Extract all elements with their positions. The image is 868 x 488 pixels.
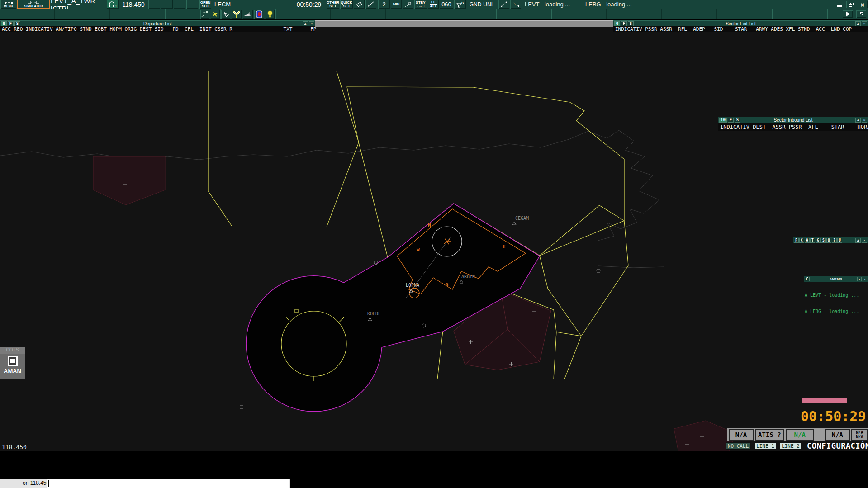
leader-unit-button[interactable]: MIN xyxy=(391,0,402,9)
headset-count: 1 xyxy=(115,5,117,8)
atis-cell-5[interactable]: N/A N/A xyxy=(851,429,868,441)
airways-button[interactable] xyxy=(232,10,242,19)
atis-cell-3[interactable]: N/A xyxy=(786,429,814,441)
metars-collapse-button[interactable]: ▲ xyxy=(857,277,862,281)
sector-inbound-list-collapse-button[interactable]: ▲ xyxy=(855,118,861,123)
restore-button[interactable] xyxy=(846,1,856,8)
minimize-button[interactable] xyxy=(835,1,844,8)
sector-inbound-list-filter-button[interactable]: F xyxy=(728,118,734,123)
lights-button[interactable] xyxy=(266,10,275,19)
measure-tool-button[interactable] xyxy=(498,0,509,9)
tag-letter-button[interactable]: C xyxy=(799,238,804,243)
sector-exit-list-header[interactable]: INDICATIV PSSR ASSR RFL ADEP SID STAR AR… xyxy=(613,26,868,32)
quick-set-button[interactable]: QUICK SET xyxy=(340,0,353,9)
sector-exit-list-titlebar[interactable]: Sector Exit List 0 F S ▲ × xyxy=(613,20,868,26)
departure-list-filter-button[interactable]: F xyxy=(8,21,14,26)
tag-letter-button[interactable]: F xyxy=(794,238,799,243)
tag-bar-close-button[interactable]: × xyxy=(862,238,867,243)
altitude-filter-range[interactable]: GND-UNL xyxy=(467,0,497,9)
arrival-list-button[interactable] xyxy=(243,10,253,19)
primary-frequency[interactable]: 118.450 xyxy=(120,0,147,9)
tag-letter-button[interactable]: G xyxy=(816,238,821,243)
sector-exit-list-collapse-button[interactable]: ▲ xyxy=(855,21,861,26)
metars-close-button[interactable]: × xyxy=(863,277,867,281)
tag-bar-collapse-button[interactable]: ▲ xyxy=(855,238,861,243)
departure-list-titlebar[interactable]: Departure List 0 F S ▲ × xyxy=(0,20,315,26)
command-input[interactable] xyxy=(47,479,289,488)
departure-list-collapse-button[interactable]: ▲ xyxy=(303,21,308,26)
flightplan-edit-button[interactable] xyxy=(221,10,230,19)
metars-rows: A LEVT - loading ... A LEBG - loading ..… xyxy=(804,282,868,320)
aman-checkbox[interactable] xyxy=(8,356,18,366)
leader-line-button[interactable] xyxy=(365,0,376,9)
sector-inbound-list-header[interactable]: INDICATIV DEST ASSR PSSR XFL STAR HORA xyxy=(718,123,868,131)
leader-length-value[interactable]: 2 xyxy=(378,0,390,9)
simulator-button[interactable]: SIMULATOR xyxy=(17,0,50,9)
sector-inbound-list-count-button[interactable]: 10 xyxy=(719,118,727,123)
line1-button[interactable]: LINE 1 xyxy=(754,442,776,450)
waypoint-label: LOPNA xyxy=(406,283,419,288)
menu-button[interactable]: MENU xyxy=(0,0,16,9)
tag-letter-button[interactable]: ? xyxy=(832,238,837,243)
sector-file-name[interactable]: LECM xyxy=(213,0,233,9)
altitude-filter-button[interactable]: FL xyxy=(454,0,466,9)
tag-letter-button[interactable]: A xyxy=(805,238,810,243)
dots-mode-button[interactable] xyxy=(403,0,413,9)
headset-button[interactable]: 1 xyxy=(107,0,119,9)
departure-list-close-button[interactable]: × xyxy=(309,21,314,26)
comm-row: NO CALL LINE 1 LINE 2 CONFIGURACIÓN xyxy=(726,442,868,450)
cots-title: COTS xyxy=(0,347,25,354)
atis-cell-4[interactable]: N/A xyxy=(825,429,850,441)
flightplan-edit-icon xyxy=(222,11,229,18)
sector-inbound-list-titlebar[interactable]: Sector Inbound List 10 F S ▲ × xyxy=(718,117,868,123)
sector-exit-list-filter-button[interactable]: F xyxy=(621,21,627,26)
sector-exit-list-close-button[interactable]: × xyxy=(862,21,867,26)
route-display-icon xyxy=(201,11,209,18)
sim-play-button[interactable] xyxy=(843,10,853,18)
sector-door-button[interactable] xyxy=(254,10,264,19)
configuration-button[interactable]: CONFIGURACIÓN xyxy=(807,441,868,450)
line2-button[interactable]: LINE 2 xyxy=(780,442,802,450)
transition-altitude[interactable]: 060 xyxy=(440,0,453,9)
atis-cell-1[interactable]: N/A xyxy=(729,429,754,441)
departure-list-count-button[interactable]: 0 xyxy=(1,21,7,26)
restore-icon xyxy=(849,3,854,7)
sector-inbound-list-close-button[interactable]: × xyxy=(862,118,867,123)
progress-bar xyxy=(802,398,847,403)
session-clock: 00:50:29 xyxy=(801,408,868,425)
atis-query-button[interactable]: ATIS ? xyxy=(755,429,784,441)
tag-letter-button[interactable]: S xyxy=(821,238,826,243)
stby-button[interactable]: STBY ·→□ xyxy=(414,0,427,9)
metar-row[interactable]: A LEVT - loading ... xyxy=(805,293,868,298)
tag-settings-button[interactable] xyxy=(354,0,365,9)
departure-list-header[interactable]: ACC REQ INDICATIV AN/TIPO STND EOBT HOPM… xyxy=(0,26,315,32)
route-predict-button[interactable] xyxy=(510,0,521,9)
tag-letter-button[interactable]: O xyxy=(826,238,831,243)
sim-restore-button[interactable] xyxy=(856,10,866,18)
sector-exit-list-sort-button[interactable]: S xyxy=(628,21,634,26)
tag-letter-button[interactable]: U xyxy=(837,238,842,243)
departure-list-button[interactable] xyxy=(211,10,220,19)
tag-letter-button[interactable]: T xyxy=(810,238,815,243)
close-button[interactable]: × xyxy=(858,1,868,8)
route-display-button[interactable] xyxy=(200,10,209,19)
sector-exit-list-count-button[interactable]: 0 xyxy=(614,21,620,26)
radar-map[interactable]: N W E S CEGAM ARBIN LOPNA KOHDE xyxy=(0,0,868,488)
no-call-button[interactable]: NO CALL xyxy=(726,442,751,450)
other-set-button[interactable]: OTHER SET xyxy=(327,0,339,9)
metars-celsius-button[interactable]: C xyxy=(805,277,810,281)
tag-family-bar[interactable]: F C A T G S O ? U ▲ × xyxy=(793,237,868,243)
freq-slot-1[interactable]: - xyxy=(148,0,160,9)
departure-list-sort-button[interactable]: S xyxy=(14,21,20,26)
metar-row[interactable]: A LEBG - loading ... xyxy=(805,309,868,314)
freq-slot-2[interactable]: - xyxy=(161,0,173,9)
freq-slot-3[interactable]: - xyxy=(174,0,185,9)
open-sct-button[interactable]: OPEN SCT xyxy=(199,0,211,9)
metars-titlebar[interactable]: Metars C ▲ × xyxy=(804,276,868,282)
departure-list-title: Departure List xyxy=(0,21,315,26)
sector-inbound-list-sort-button[interactable]: S xyxy=(735,118,740,123)
route-predict-icon xyxy=(512,1,519,7)
station-callsign[interactable]: LEVT_A_TWR [CTR] xyxy=(51,0,105,9)
freq-slot-4[interactable]: - xyxy=(186,0,198,9)
fl-alt-toggle[interactable]: FL ALT xyxy=(428,0,439,9)
